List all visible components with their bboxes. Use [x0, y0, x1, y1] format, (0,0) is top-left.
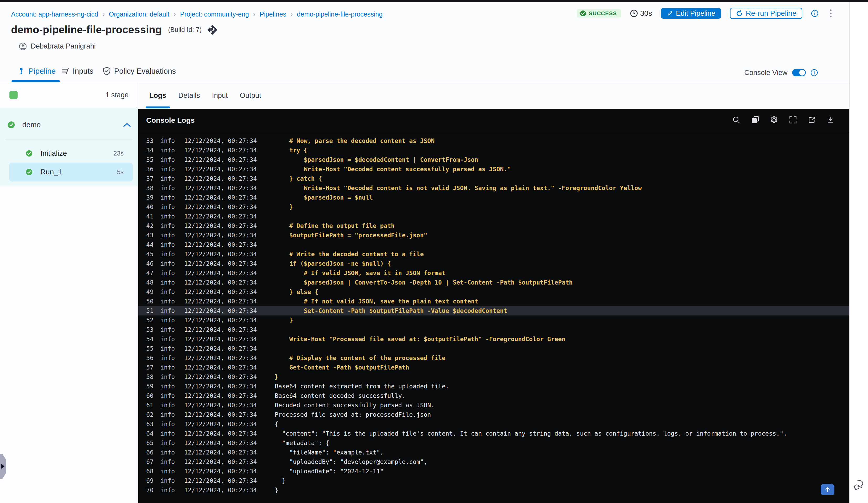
log-line-number[interactable]: 41 [138, 212, 154, 221]
chevron-up-icon[interactable] [123, 123, 131, 127]
breadcrumb-current-pipeline[interactable]: demo-pipeline-file-processing [297, 10, 383, 18]
log-line-number[interactable]: 37 [138, 174, 154, 183]
search-icon[interactable] [732, 116, 741, 124]
log-timestamp: 12/12/2024, 00:27:34 [184, 268, 258, 278]
breadcrumb-account[interactable]: Account: app-harness-ng-cicd [11, 10, 98, 18]
log-line-number[interactable]: 35 [138, 155, 154, 165]
info-icon[interactable] [811, 10, 818, 17]
tab-details[interactable]: Details [175, 82, 204, 109]
settings-gear-icon[interactable] [770, 116, 778, 124]
tab-policy-evaluations[interactable]: Policy Evaluations [103, 63, 176, 79]
log-line: 68info12/12/2024, 00:27:34 "uploadDate":… [138, 467, 849, 476]
avatar-icon [19, 42, 27, 50]
fullscreen-icon[interactable] [789, 116, 797, 124]
log-line-number[interactable]: 54 [138, 334, 154, 344]
download-icon[interactable] [827, 116, 835, 124]
breadcrumb-pipelines[interactable]: Pipelines [259, 10, 286, 18]
log-message: Write-Host "Processed file saved at: $ou… [275, 334, 566, 344]
log-message: try { [275, 146, 308, 155]
tab-inputs[interactable]: Inputs [61, 63, 93, 79]
log-line-number[interactable]: 48 [138, 278, 154, 287]
log-line-number[interactable]: 49 [138, 287, 154, 297]
log-line-number[interactable]: 62 [138, 410, 154, 419]
stage-header-demo[interactable]: demo [0, 119, 138, 130]
console-view-toggle[interactable] [792, 69, 806, 76]
tab-logs-label: Logs [149, 92, 166, 99]
tab-input[interactable]: Input [208, 82, 231, 109]
log-line-number[interactable]: 53 [138, 325, 154, 334]
log-line-number[interactable]: 45 [138, 249, 154, 259]
log-message: "fileName": "example.txt", [275, 448, 384, 457]
log-line-number[interactable]: 34 [138, 146, 154, 155]
breadcrumb-organization[interactable]: Organization: default [109, 10, 169, 18]
log-timestamp: 12/12/2024, 00:27:34 [184, 448, 258, 457]
copy-icon[interactable] [751, 116, 760, 124]
breadcrumb-separator: › [174, 10, 176, 18]
build-id-label: (Build Id: 7) [168, 26, 202, 34]
log-timestamp: 12/12/2024, 00:27:34 [184, 315, 258, 325]
console-view-info-icon[interactable] [810, 69, 818, 76]
log-message: # Write the decoded content to a file [275, 249, 424, 259]
log-line-number[interactable]: 47 [138, 268, 154, 278]
log-line-number[interactable]: 70 [138, 485, 154, 495]
log-level: info [160, 334, 175, 344]
log-line-number[interactable]: 44 [138, 240, 154, 249]
log-line-number[interactable]: 58 [138, 372, 154, 381]
step-success-icon [26, 150, 32, 157]
log-level: info [160, 174, 175, 183]
log-line-number[interactable]: 68 [138, 467, 154, 476]
step-row-initialize[interactable]: Initialize 23s [9, 146, 133, 161]
log-line-number[interactable]: 65 [138, 438, 154, 448]
log-line-number[interactable]: 39 [138, 193, 154, 202]
log-line-number[interactable]: 46 [138, 259, 154, 268]
log-timestamp: 12/12/2024, 00:27:34 [184, 306, 258, 315]
more-options-menu[interactable] [827, 8, 834, 18]
tab-output[interactable]: Output [236, 82, 265, 109]
log-level: info [160, 353, 175, 363]
breadcrumb-project[interactable]: Project: community-eng [180, 10, 249, 18]
scroll-to-top-button[interactable] [821, 484, 834, 495]
log-line-number[interactable]: 56 [138, 353, 154, 363]
log-line-number[interactable]: 69 [138, 476, 154, 485]
log-level: info [160, 165, 175, 174]
log-message: # Display the content of the processed f… [275, 353, 446, 363]
console-log-body: 33info12/12/2024, 00:27:34 # Now, parse … [138, 133, 849, 503]
log-line: 69info12/12/2024, 00:27:34 } [138, 476, 849, 485]
log-timestamp: 12/12/2024, 00:27:34 [184, 476, 258, 485]
log-line-number[interactable]: 42 [138, 221, 154, 231]
log-line-number[interactable]: 67 [138, 457, 154, 467]
log-line-number[interactable]: 55 [138, 344, 154, 353]
tab-logs[interactable]: Logs [146, 82, 170, 109]
log-timestamp: 12/12/2024, 00:27:34 [184, 410, 258, 419]
log-message: } else { [275, 287, 318, 297]
rerun-pipeline-button[interactable]: Re-run Pipeline [730, 8, 802, 19]
log-level: info [160, 268, 175, 278]
tab-pipeline[interactable]: Pipeline [17, 63, 55, 79]
log-line-number[interactable]: 57 [138, 363, 154, 372]
log-line-number[interactable]: 33 [138, 136, 154, 146]
log-line-number[interactable]: 50 [138, 297, 154, 306]
log-line-number[interactable]: 43 [138, 231, 154, 240]
log-line-number[interactable]: 64 [138, 429, 154, 438]
log-level: info [160, 315, 175, 325]
log-line-number[interactable]: 61 [138, 400, 154, 410]
log-line-number[interactable]: 66 [138, 448, 154, 457]
log-message: Write-Host "Decoded content successfully… [275, 165, 511, 174]
chat-support-icon[interactable] [853, 479, 865, 491]
log-line-number[interactable]: 36 [138, 165, 154, 174]
log-line-number[interactable]: 52 [138, 315, 154, 325]
tab-policy-evaluations-label: Policy Evaluations [114, 67, 176, 75]
log-line-number[interactable]: 51 [138, 306, 154, 315]
log-level: info [160, 476, 175, 485]
log-timestamp: 12/12/2024, 00:27:34 [184, 419, 258, 429]
log-line-number[interactable]: 40 [138, 202, 154, 212]
log-line-number[interactable]: 60 [138, 391, 154, 400]
open-in-new-icon[interactable] [808, 116, 816, 124]
console-toolbar [732, 116, 835, 124]
edit-pipeline-button[interactable]: Edit Pipeline [661, 8, 721, 19]
log-timestamp: 12/12/2024, 00:27:34 [184, 344, 258, 353]
log-line-number[interactable]: 38 [138, 183, 154, 193]
log-line-number[interactable]: 63 [138, 419, 154, 429]
log-line-number[interactable]: 59 [138, 381, 154, 391]
step-row-run-1[interactable]: Run_1 5s [9, 163, 133, 181]
